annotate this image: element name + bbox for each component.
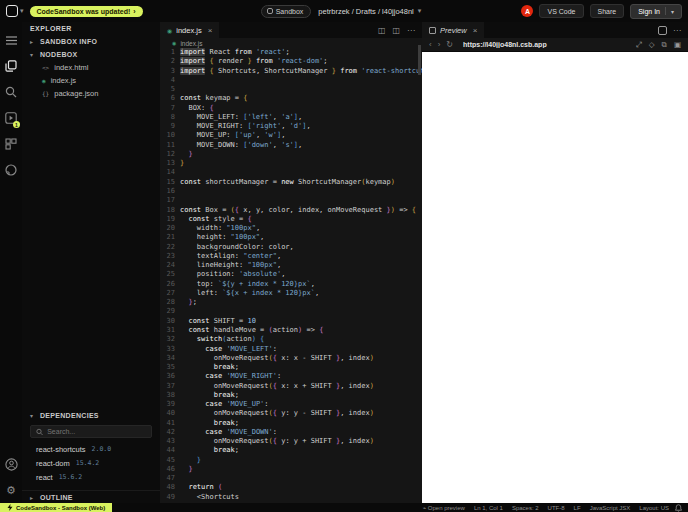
more-actions-icon[interactable]: ⋯ xyxy=(673,26,681,35)
sandbox-type-badge[interactable]: Sandbox xyxy=(261,5,312,18)
code-line[interactable]: 33 case 'MOVE_LEFT': xyxy=(160,345,422,354)
code-line[interactable]: 15const shortcutManager = new ShortcutMa… xyxy=(160,178,422,187)
devtools-icon[interactable] xyxy=(0,131,22,157)
search-icon[interactable] xyxy=(0,79,22,105)
avatar[interactable]: A xyxy=(521,5,533,17)
status-item[interactable]: Spaces: 2 xyxy=(512,505,539,511)
code-line[interactable]: 48 return ( xyxy=(160,483,422,492)
code-line[interactable]: 3import { Shortcuts, ShortcutManager } f… xyxy=(160,67,422,76)
vscode-button[interactable]: VS Code xyxy=(539,4,583,18)
bell-icon[interactable] xyxy=(675,504,682,512)
tab-index-js[interactable]: ◉ index.js × xyxy=(160,22,219,38)
breadcrumb[interactable]: petrbrzek / Drafts / l40jjo48nl ▾ xyxy=(318,7,427,16)
status-item[interactable]: Layout: US xyxy=(639,505,669,511)
close-icon[interactable]: × xyxy=(473,26,478,35)
code-line[interactable]: 30 const SHIFT = 10 xyxy=(160,317,422,326)
preview-viewport[interactable] xyxy=(422,52,688,503)
code-line[interactable]: 1import React from 'react'; xyxy=(160,48,422,57)
code-line[interactable]: 24 lineHeight: "100px", xyxy=(160,261,422,270)
code-line[interactable]: 47 xyxy=(160,474,422,483)
code-line[interactable]: 18const Box = ({ x, y, color, index, onM… xyxy=(160,206,422,215)
code-line[interactable]: 6const keymap = { xyxy=(160,94,422,103)
dependency-item[interactable]: react15.6.2 xyxy=(22,470,160,484)
status-item[interactable]: JavaScript JSX xyxy=(590,505,631,511)
code-line[interactable]: 46 } xyxy=(160,465,422,474)
screenshot-icon[interactable]: ▣ xyxy=(674,40,681,49)
editor-breadcrumb[interactable]: ◉ index.js xyxy=(160,38,422,48)
share-button[interactable]: Share xyxy=(590,4,625,18)
status-item[interactable]: UTF-8 xyxy=(548,505,565,511)
code-line[interactable]: 8 MOVE_LEFT: ['left', 'a'], xyxy=(160,113,422,122)
code-line[interactable]: 42 case 'MOVE_DOWN': xyxy=(160,428,422,437)
status-item[interactable]: LF xyxy=(574,505,581,511)
code-line[interactable]: 12 } xyxy=(160,150,422,159)
code-line[interactable]: 32 switch(action) { xyxy=(160,335,422,344)
code-line[interactable]: 35 break; xyxy=(160,363,422,372)
run-tasks-icon[interactable]: 1 xyxy=(0,105,22,131)
code-line[interactable]: 29 xyxy=(160,307,422,316)
code-line[interactable]: 25 position: 'absolute', xyxy=(160,270,422,279)
code-area[interactable]: 1import React from 'react';2import { ren… xyxy=(160,48,422,503)
settings-gear-icon[interactable]: ⚙ xyxy=(0,477,22,503)
code-line[interactable]: 23 textAlign: "center", xyxy=(160,252,422,261)
code-line[interactable]: 36 case 'MOVE_RIGHT': xyxy=(160,372,422,381)
section-dependencies[interactable]: ▾ DEPENDENCIES xyxy=(22,409,160,422)
account-icon[interactable] xyxy=(0,451,22,477)
file-item-index-js[interactable]: ◉index.js xyxy=(22,74,160,87)
section-outline[interactable]: ▸ OUTLINE xyxy=(22,490,160,503)
remote-status-badge[interactable]: CodeSandbox - Sandbox (Web) xyxy=(0,503,112,512)
code-line[interactable]: 10 MOVE_UP: ['up', 'w'], xyxy=(160,131,422,140)
code-line[interactable]: 37 onMoveRequest({ x: x + SHIFT }, index… xyxy=(160,382,422,391)
preview-settings-icon[interactable] xyxy=(658,26,667,35)
split-editor-icon[interactable]: ◫ xyxy=(378,26,386,35)
code-line[interactable]: 49 <Shortcuts xyxy=(160,493,422,502)
dependency-item[interactable]: react-shortcuts2.0.0 xyxy=(22,442,160,456)
code-line[interactable]: 11 MOVE_DOWN: ['down', 's'], xyxy=(160,141,422,150)
tab-preview[interactable]: Preview × xyxy=(422,22,484,38)
code-line[interactable]: 34 onMoveRequest({ x: x - SHIFT }, index… xyxy=(160,354,422,363)
code-line[interactable]: 5 xyxy=(160,85,422,94)
code-line[interactable]: 7 BOX: { xyxy=(160,104,422,113)
code-line[interactable]: 21 height: "100px", xyxy=(160,233,422,242)
dependency-item[interactable]: react-dom15.4.2 xyxy=(22,456,160,470)
code-line[interactable]: 22 backgroundColor: color, xyxy=(160,243,422,252)
section-sandbox-info[interactable]: ▸ SANDBOX INFO xyxy=(22,35,160,48)
section-nodebox[interactable]: ▾ NODEBOX xyxy=(22,48,160,61)
code-line[interactable]: 28 }; xyxy=(160,298,422,307)
code-line[interactable]: 17 xyxy=(160,196,422,205)
file-item-index-html[interactable]: <>index.html xyxy=(22,61,160,74)
codesandbox-logo-icon[interactable] xyxy=(6,5,18,17)
open-new-window-icon[interactable]: ⧉ xyxy=(662,40,667,50)
explorer-files-icon[interactable] xyxy=(0,53,22,79)
code-line[interactable]: 20 width: "100px", xyxy=(160,224,422,233)
code-line[interactable]: 13} xyxy=(160,159,422,168)
code-line[interactable]: 26 top: `${y + index * 120}px`, xyxy=(160,280,422,289)
code-line[interactable]: 44 break; xyxy=(160,446,422,455)
code-line[interactable]: 38 break; xyxy=(160,391,422,400)
status-item[interactable]: ⌁ Open preview xyxy=(423,504,465,511)
menu-icon[interactable] xyxy=(0,27,22,53)
responsive-mode-icon[interactable]: ◇ xyxy=(649,40,655,49)
github-icon[interactable] xyxy=(0,157,22,183)
editor-scrollbar[interactable] xyxy=(418,45,421,75)
code-line[interactable]: 39 case 'MOVE_UP': xyxy=(160,400,422,409)
more-actions-icon[interactable]: ⋯ xyxy=(407,26,415,35)
workspace-caret-icon[interactable]: ▾ xyxy=(20,7,24,15)
update-notification-pill[interactable]: CodeSandbox was updated! › xyxy=(30,6,143,17)
code-line[interactable]: 27 left: `${x + index * 120}px`, xyxy=(160,289,422,298)
code-line[interactable]: 14 xyxy=(160,168,422,177)
forward-icon[interactable]: › xyxy=(438,40,441,49)
back-icon[interactable]: ‹ xyxy=(429,40,432,49)
signin-button[interactable]: Sign In ▾ xyxy=(630,4,682,19)
code-line[interactable]: 16 xyxy=(160,187,422,196)
resize-icon[interactable]: ⤢ xyxy=(636,40,642,50)
code-line[interactable]: 2import { render } from 'react-dom'; xyxy=(160,57,422,66)
code-line[interactable]: 9 MOVE_RIGHT: ['right', 'd'], xyxy=(160,122,422,131)
code-line[interactable]: 40 onMoveRequest({ y: y - SHIFT }, index… xyxy=(160,409,422,418)
code-line[interactable]: 43 onMoveRequest({ y: y + SHIFT }, index… xyxy=(160,437,422,446)
status-item[interactable]: Ln 1, Col 1 xyxy=(474,505,503,511)
code-line[interactable]: 31 const handleMove = (action) => { xyxy=(160,326,422,335)
code-line[interactable]: 41 break; xyxy=(160,419,422,428)
file-item-package-json[interactable]: {}package.json xyxy=(22,87,160,100)
url-input[interactable]: https://l40jjo48nl.csb.app xyxy=(463,41,630,48)
